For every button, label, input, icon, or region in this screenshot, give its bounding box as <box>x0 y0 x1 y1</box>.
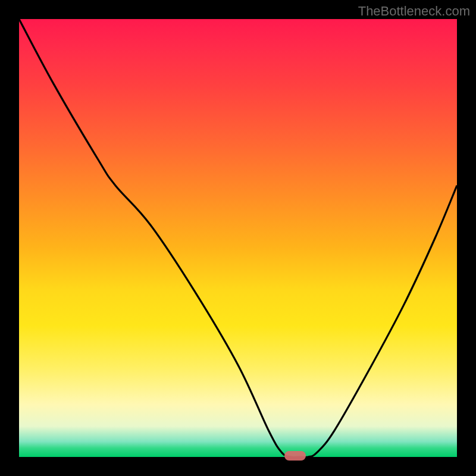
optimal-marker <box>284 451 306 461</box>
chart-container: TheBottleneck.com <box>0 0 476 476</box>
plot-background <box>19 19 457 457</box>
watermark-text: TheBottleneck.com <box>358 4 470 19</box>
